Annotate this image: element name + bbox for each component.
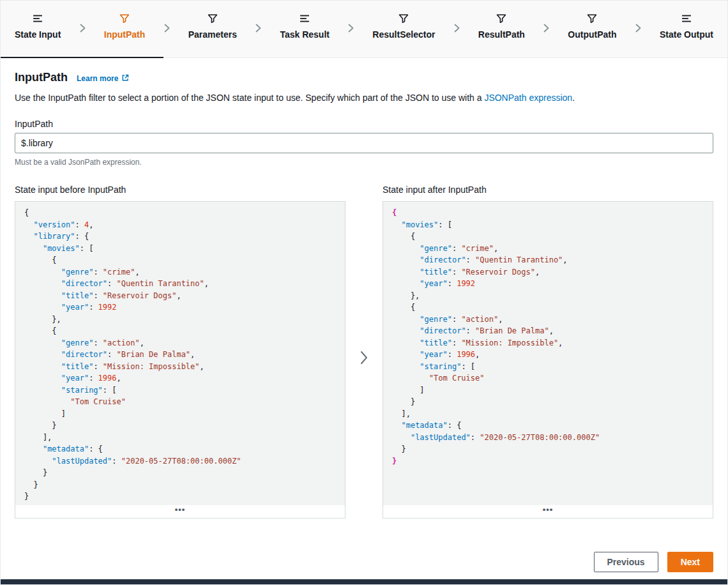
description-after: . <box>572 93 575 103</box>
funnel-icon <box>496 13 506 24</box>
before-code-panel: { "version": 4, "library": { "movies": [… <box>15 201 345 519</box>
code-line: }, <box>24 314 336 326</box>
stepper-step-task-result[interactable]: Task Result <box>280 13 330 40</box>
code-line: "lastUpdated": "2020-05-27T08:00:00.000Z… <box>392 432 704 444</box>
code-line: } <box>24 420 336 432</box>
code-line: { <box>24 207 336 219</box>
step-label: State Output <box>660 29 713 40</box>
funnel-icon <box>208 13 218 24</box>
learn-more-label: Learn more <box>77 74 118 83</box>
after-json-code: { "movies": [ { "genre": "crime", "direc… <box>383 202 713 505</box>
chevron-right-icon <box>360 351 368 367</box>
code-line: ], <box>24 432 336 444</box>
step-chevron-icon <box>80 24 86 35</box>
code-line: "title": "Reservoir Dogs", <box>392 266 704 278</box>
jsonpath-expression-link[interactable]: JSONPath expression <box>484 93 572 103</box>
after-panel-expand-button[interactable]: ••• <box>383 505 713 518</box>
step-label: ResultSelector <box>372 29 435 40</box>
code-line: "genre": "action", <box>392 314 704 326</box>
code-line: ], <box>392 408 704 420</box>
code-line: "metadata": { <box>24 443 336 455</box>
step-label: OutputPath <box>568 29 616 40</box>
before-panel-expand-button[interactable]: ••• <box>15 505 345 518</box>
stepper-step-parameters[interactable]: Parameters <box>188 13 237 40</box>
step-chevron-icon <box>164 24 170 35</box>
inputpath-helper-text: Must be a valid JsonPath expression. <box>15 158 713 167</box>
code-line: "staring": [ <box>392 361 704 373</box>
code-line: "director": "Quentin Tarantino", <box>392 254 704 266</box>
panel-separator <box>345 185 383 519</box>
code-line: } <box>392 443 704 455</box>
stepper-step-outputpath[interactable]: OutputPath <box>568 13 616 40</box>
code-line: } <box>24 467 336 479</box>
step-chevron-icon <box>454 24 460 35</box>
step-label: Task Result <box>280 29 330 40</box>
after-panel-column: State input after InputPath { "movies": … <box>383 185 713 519</box>
next-button[interactable]: Next <box>667 552 713 572</box>
code-line: "year": 1992 <box>24 301 336 314</box>
bottom-bar <box>1 579 727 584</box>
list-icon <box>300 13 310 24</box>
data-flow-simulator-page: State InputInputPathParametersTask Resul… <box>0 0 728 585</box>
code-line: "director": "Brian De Palma", <box>24 349 336 361</box>
code-line: "genre": "crime", <box>24 266 336 278</box>
code-line: "movies": [ <box>392 219 704 231</box>
code-line: "title": "Mission: Impossible", <box>392 337 704 349</box>
after-panel-title: State input after InputPath <box>383 185 713 195</box>
list-icon <box>681 13 692 24</box>
stepper-step-resultselector[interactable]: ResultSelector <box>372 13 435 40</box>
stepper-step-inputpath[interactable]: InputPath <box>104 13 146 40</box>
step-chevron-icon <box>543 24 549 35</box>
code-line: "year": 1992 <box>392 278 704 290</box>
code-line: "year": 1996, <box>24 372 336 384</box>
after-code-panel: { "movies": [ { "genre": "crime", "direc… <box>383 201 713 519</box>
code-line: "Tom Cruise" <box>392 372 704 384</box>
code-line: "title": "Reservoir Dogs", <box>24 290 336 302</box>
code-line: } <box>24 490 336 503</box>
wizard-stepper-steps: State InputInputPathParametersTask Resul… <box>15 13 713 40</box>
inputpath-input[interactable] <box>15 133 713 153</box>
code-line: "year": 1996, <box>392 349 704 361</box>
page-title: InputPath <box>15 71 68 84</box>
code-line: { <box>24 254 336 266</box>
state-panels: State input before InputPath { "version"… <box>15 185 713 519</box>
stepper-step-state-output[interactable]: State Output <box>660 13 713 40</box>
stepper-step-resultpath[interactable]: ResultPath <box>478 13 525 40</box>
ellipsis-icon: ••• <box>543 505 554 514</box>
code-line: "metadata": { <box>392 420 704 432</box>
description-text: Use the InputPath filter to select a por… <box>15 91 713 104</box>
funnel-icon <box>119 13 130 24</box>
stepper-progress-indicator <box>1 57 163 58</box>
code-line: "genre": "crime", <box>392 243 704 255</box>
code-line: } <box>24 479 336 491</box>
step-label: InputPath <box>104 29 146 40</box>
main-content: InputPath Learn more Use the InputPath f… <box>1 58 727 579</box>
code-line: "director": "Brian De Palma", <box>392 325 704 337</box>
step-label: Parameters <box>188 29 237 40</box>
learn-more-link[interactable]: Learn more <box>77 74 129 84</box>
step-chevron-icon <box>255 24 261 35</box>
list-icon <box>33 13 43 24</box>
code-line: "director": "Quentin Tarantino", <box>24 278 336 290</box>
wizard-stepper: State InputInputPathParametersTask Resul… <box>1 1 727 58</box>
before-json-code: { "version": 4, "library": { "movies": [… <box>15 202 345 505</box>
ellipsis-icon: ••• <box>175 505 186 514</box>
code-line: "staring": [ <box>24 384 336 397</box>
title-row: InputPath Learn more <box>15 71 713 84</box>
code-line: "Tom Cruise" <box>24 396 336 408</box>
code-line: ] <box>392 384 704 397</box>
code-line: { <box>24 325 336 337</box>
previous-button[interactable]: Previous <box>594 552 658 572</box>
code-line: "lastUpdated": "2020-05-27T08:00:00.000Z… <box>24 455 336 467</box>
code-line: "title": "Mission: Impossible", <box>24 361 336 373</box>
code-line: { <box>392 207 704 219</box>
stepper-step-state-input[interactable]: State Input <box>15 13 61 40</box>
funnel-icon <box>587 13 597 24</box>
code-line: ] <box>24 408 336 420</box>
before-panel-column: State input before InputPath { "version"… <box>15 185 345 519</box>
wizard-actions: Previous Next <box>15 552 713 572</box>
inputpath-field-label: InputPath <box>15 119 713 129</box>
step-label: ResultPath <box>478 29 525 40</box>
step-chevron-icon <box>635 24 641 35</box>
code-line: "movies": [ <box>24 243 336 255</box>
